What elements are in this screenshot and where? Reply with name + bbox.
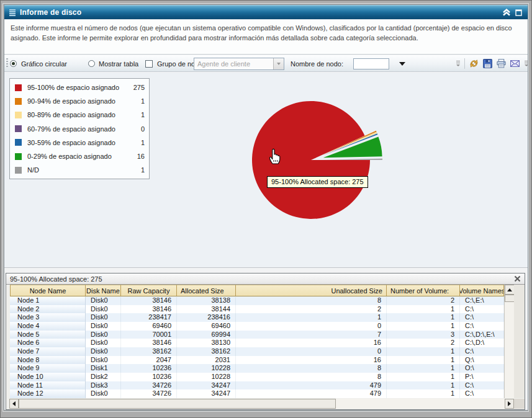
node-group-combobox[interactable]: Agente de cliente (194, 58, 284, 70)
legend-item[interactable]: 0-29% de espacio asignado16 (10, 149, 149, 163)
table-cell: 38146 (121, 339, 177, 347)
show-table-radio-label: Mostrar tabla (99, 55, 138, 72)
column-header[interactable]: Unallocated Size (236, 285, 387, 296)
node-group-checkbox[interactable] (145, 60, 153, 68)
chevron-down-icon (277, 63, 281, 65)
titlebar: Informe de disco (4, 5, 528, 19)
maximize-icon[interactable] (515, 9, 522, 16)
legend-item[interactable]: N/D1 (10, 163, 149, 177)
table-cell: O:\ (460, 364, 504, 373)
legend-swatch-icon (15, 167, 22, 174)
table-row[interactable]: Node 6Disk03814638130162C:\,D:\ (10, 339, 504, 347)
table-cell: 3 (387, 331, 460, 339)
legend-label: 0-29% de espacio asignado (27, 153, 112, 160)
legend-label: 60-79% de espacio asignado (27, 125, 115, 133)
refresh-icon (469, 58, 479, 69)
vertical-scroll-thumb[interactable] (505, 295, 515, 302)
email-button[interactable] (508, 57, 521, 70)
scroll-left-button[interactable] (9, 399, 19, 409)
table-row[interactable]: Node 2Disk0381463814421C:\ (10, 305, 504, 314)
scroll-right-button[interactable] (505, 399, 514, 409)
table-row[interactable]: Node 9Disk1102361022881O:\ (10, 364, 504, 373)
refresh-button[interactable] (467, 57, 480, 70)
legend-swatch-icon (15, 112, 22, 118)
table-row[interactable]: Node 4Disk0694606946001C:\ (10, 322, 504, 331)
node-name-cell: Node 10 (10, 373, 86, 381)
table-cell: 69460 (177, 322, 236, 331)
column-header[interactable]: Allocated Size (177, 285, 236, 296)
table-row[interactable]: Node 3Disk023841723841611C:\ (10, 313, 504, 322)
node-name-cell: Node 9 (10, 364, 86, 373)
column-header[interactable]: Number of Volume: (387, 285, 460, 296)
table-cell: 238416 (177, 313, 236, 322)
panel-title: 95-100% Allocated space: 275 (10, 275, 102, 283)
column-header[interactable]: Node Name (10, 285, 86, 296)
column-header[interactable]: Disk Name (86, 285, 121, 296)
toolbar-separator (464, 58, 465, 69)
toolbar-overflow-button[interactable] (456, 58, 461, 69)
table-row[interactable]: Node 1Disk0381463813882C:\,E:\ (10, 296, 504, 305)
legend-item[interactable]: 80-89% de espacio asignado1 (10, 108, 149, 122)
table-cell: Disk1 (86, 364, 121, 373)
table-cell: 38162 (177, 347, 236, 356)
table-cell: 479 (236, 381, 387, 390)
table-row[interactable]: Node 10Disk2102361022881P:\ (10, 373, 504, 381)
table-cell: Disk0 (86, 389, 121, 398)
chart-legend: 95-100% de espacio asignado27590-94% de … (9, 78, 150, 179)
table-cell: 69460 (121, 322, 177, 331)
table-cell: C:\ (460, 322, 504, 331)
table-cell: Disk0 (86, 347, 121, 356)
collapse-icon[interactable] (502, 9, 511, 16)
table-cell: 1 (387, 313, 460, 322)
report-description: Este informe muestra el número de nodos … (4, 20, 528, 55)
horizontal-scrollbar[interactable] (9, 399, 514, 409)
column-header[interactable]: Raw Capacity (121, 285, 177, 296)
pie-chart-radio-label: Gráfico circular (21, 55, 67, 72)
drilldown-panel: 95-100% Allocated space: 275 Node NameDi… (6, 273, 525, 410)
toolbar-overflow-button-2[interactable] (524, 58, 529, 69)
table-row[interactable]: Node 11Disk334726342474791C:\ (10, 381, 504, 390)
table-cell: C:\,E:\ (460, 296, 504, 305)
table-row[interactable]: Node 7Disk0381623816201C:\ (10, 347, 504, 356)
table-cell: 1 (387, 356, 460, 365)
table-cell: 38146 (121, 305, 177, 314)
table-cell: 10236 (121, 364, 177, 373)
scroll-up-button[interactable] (505, 285, 515, 295)
horizontal-scroll-thumb[interactable] (19, 399, 336, 409)
legend-item[interactable]: 30-59% de espacio asignado1 (10, 136, 149, 149)
chart-area: 95-100% de espacio asignado27590-94% de … (4, 73, 528, 268)
print-button[interactable] (495, 57, 508, 70)
table-cell: Disk0 (86, 296, 121, 305)
legend-item[interactable]: 90-94% de espacio asignado1 (10, 94, 149, 108)
table-cell: 8 (236, 364, 387, 373)
vertical-scrollbar[interactable] (504, 285, 514, 398)
panel-close-button[interactable] (514, 275, 521, 282)
table-cell: C:\ (460, 389, 504, 398)
table-cell: 7 (236, 331, 387, 339)
node-name-dropdown-arrow[interactable] (399, 62, 405, 66)
table-cell: 479 (236, 389, 387, 398)
toolbar: Gráfico circular Mostrar tabla Grupo de … (4, 55, 528, 72)
legend-item[interactable]: 95-100% de espacio asignado275 (10, 81, 149, 94)
legend-value: 0 (141, 125, 145, 133)
table-row[interactable]: Node 8Disk020472031161Q:\ (10, 356, 504, 365)
table-cell: C:\,D:\,E:\ (460, 331, 504, 339)
table-cell: C:\ (460, 381, 504, 390)
node-name-cell: Node 4 (10, 322, 86, 331)
pie-chart-radio[interactable] (10, 60, 17, 67)
node-name-label: Nombre de nodo: (291, 55, 343, 72)
combo-dropdown-button[interactable] (273, 58, 284, 69)
show-table-radio[interactable] (88, 60, 95, 67)
print-icon (496, 58, 507, 69)
table-cell: 1 (236, 313, 387, 322)
legend-item[interactable]: 60-79% de espacio asignado0 (10, 122, 149, 136)
node-name-input[interactable] (353, 58, 389, 69)
table-row[interactable]: Node 12Disk034726342474791C:\ (10, 389, 504, 398)
save-button[interactable] (481, 57, 494, 70)
table-cell: C:\ (460, 305, 504, 314)
table-row[interactable]: Node 5Disk0700016999473C:\,D:\,E:\ (10, 331, 504, 339)
column-header[interactable]: Volume Names (460, 285, 504, 296)
pie-slice-n-d[interactable] (323, 159, 382, 160)
node-name-cell: Node 3 (10, 313, 86, 322)
close-icon (514, 275, 521, 282)
